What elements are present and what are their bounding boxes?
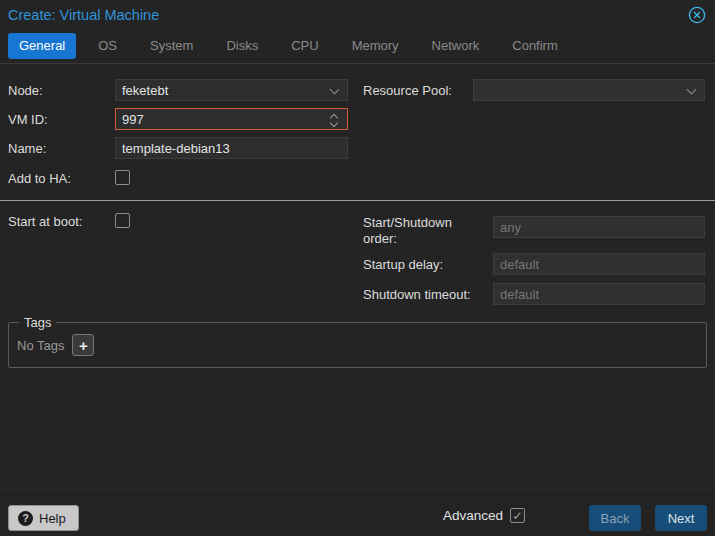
node-value: feketebt — [122, 83, 168, 98]
advanced-checkbox[interactable] — [510, 508, 525, 523]
startup-delay-value — [500, 257, 698, 272]
spinner-down-icon[interactable] — [330, 119, 338, 127]
help-button[interactable]: ? Help — [8, 505, 79, 531]
section-divider — [0, 200, 715, 201]
close-icon[interactable] — [688, 6, 706, 24]
advanced-label: Advanced — [443, 508, 503, 523]
name-value[interactable] — [122, 141, 341, 156]
add-tag-button[interactable]: + — [72, 334, 94, 356]
no-tags-text: No Tags — [17, 338, 64, 353]
vmid-value[interactable] — [122, 112, 341, 127]
dialog-header: Create: Virtual Machine — [0, 0, 715, 30]
dialog-title: Create: Virtual Machine — [8, 7, 159, 23]
dialog-footer: ? Help Advanced Back Next — [0, 494, 715, 536]
start-at-boot-label: Start at boot: — [8, 214, 82, 230]
tab-network[interactable]: Network — [421, 33, 491, 59]
name-input[interactable] — [115, 137, 348, 159]
plus-icon: + — [79, 337, 88, 354]
next-button[interactable]: Next — [655, 505, 707, 531]
shutdown-timeout-value — [500, 287, 698, 302]
startup-delay-input — [493, 253, 705, 275]
tab-os[interactable]: OS — [87, 33, 128, 59]
node-label: Node: — [8, 83, 43, 99]
tags-fieldset: Tags No Tags + — [8, 322, 707, 368]
startup-order-input — [493, 216, 705, 238]
node-select[interactable]: feketebt — [115, 79, 348, 101]
resource-pool-label: Resource Pool: — [363, 83, 452, 99]
back-button[interactable]: Back — [589, 505, 641, 531]
tab-memory[interactable]: Memory — [341, 33, 410, 59]
question-circle-icon: ? — [18, 511, 33, 526]
tab-general[interactable]: General — [8, 33, 76, 59]
advanced-toggle: Advanced — [443, 508, 525, 523]
tabbar-divider — [0, 63, 715, 64]
tags-legend: Tags — [19, 315, 56, 330]
startup-order-value — [500, 220, 698, 235]
tab-disks[interactable]: Disks — [215, 33, 269, 59]
vmid-input[interactable] — [115, 108, 348, 130]
create-vm-dialog: Create: Virtual Machine General OS Syste… — [0, 0, 715, 536]
chevron-down-icon — [330, 85, 340, 95]
startup-order-label: Start/Shutdown order: — [363, 215, 485, 247]
add-to-ha-label: Add to HA: — [8, 171, 71, 187]
help-button-label: Help — [39, 511, 66, 526]
name-label: Name: — [8, 141, 46, 157]
chevron-down-icon — [687, 85, 697, 95]
resource-pool-select[interactable] — [473, 79, 705, 101]
tab-cpu[interactable]: CPU — [280, 33, 329, 59]
start-at-boot-checkbox[interactable] — [115, 213, 130, 228]
tab-system[interactable]: System — [139, 33, 204, 59]
tab-confirm[interactable]: Confirm — [501, 33, 569, 59]
vmid-label: VM ID: — [8, 112, 48, 128]
startup-delay-label: Startup delay: — [363, 257, 443, 273]
number-stepper[interactable] — [330, 111, 340, 129]
shutdown-timeout-input — [493, 283, 705, 305]
add-to-ha-checkbox[interactable] — [115, 170, 130, 185]
wizard-tabbar: General OS System Disks CPU Memory Netwo… — [8, 33, 707, 63]
shutdown-timeout-label: Shutdown timeout: — [363, 287, 471, 303]
